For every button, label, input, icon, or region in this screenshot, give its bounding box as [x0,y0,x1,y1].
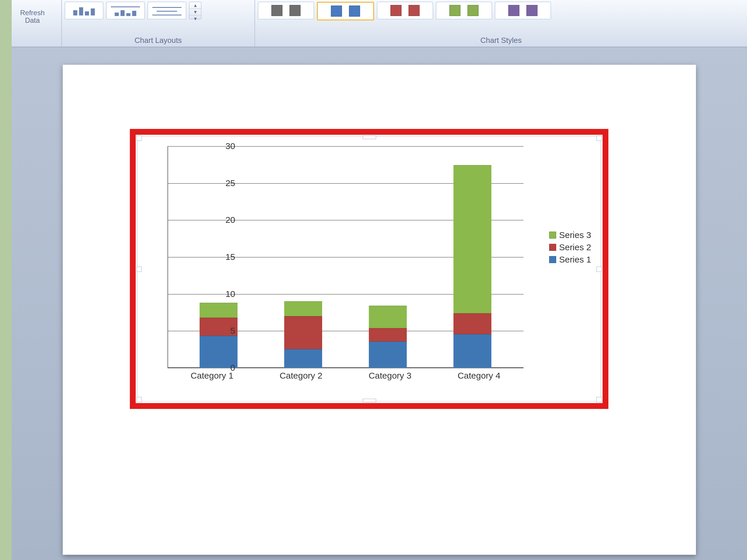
ribbon-section-chart-layouts: ▴ ▾ ▾ Chart Layouts [62,0,255,47]
chart-layout-thumb[interactable] [148,2,186,19]
resize-handle[interactable] [596,136,602,141]
bar-segment[interactable] [284,301,322,317]
style-swatch-icon [409,5,420,16]
x-axis-tick-label: Category 2 [269,371,333,381]
gallery-expand-icon[interactable]: ▾ [189,16,201,22]
chart-style-thumb[interactable] [436,2,492,19]
bar-segment[interactable] [369,306,407,328]
chart-object[interactable]: Series 3Series 2Series 1 051015202530Cat… [137,136,601,401]
bar-group[interactable] [369,306,407,368]
refresh-label-1: Refresh [20,9,45,17]
style-swatch-icon [449,5,460,16]
legend-label: Series 1 [559,255,591,265]
ribbon-section-chart-styles: Chart Styles [255,0,747,47]
chart-styles-gallery[interactable] [258,2,744,20]
chart-layouts-gallery[interactable]: ▴ ▾ ▾ [65,2,252,19]
y-axis-tick-label: 10 [215,289,235,299]
chart-plot[interactable]: Series 3Series 2Series 1 051015202530Cat… [141,140,597,398]
ribbon-section-label: Chart Styles [255,36,747,45]
legend-item[interactable]: Series 3 [549,230,591,240]
refresh-label-2: Data [25,17,40,24]
y-axis-tick-label: 30 [215,141,235,151]
legend-swatch-icon [549,256,556,263]
bar-segment[interactable] [284,349,322,368]
resize-handle[interactable] [596,397,602,402]
style-swatch-icon [331,5,342,17]
style-swatch-icon [289,5,301,16]
resize-handle[interactable] [596,267,602,272]
chart-layout-thumb[interactable] [65,2,103,19]
bar-segment[interactable] [200,303,237,318]
legend-label: Series 3 [559,230,591,240]
resize-handle[interactable] [363,136,376,139]
chart-style-thumb[interactable] [258,2,314,19]
chart-legend[interactable]: Series 3Series 2Series 1 [549,228,591,267]
ribbon-section-data: Refresh Data [12,0,62,47]
gallery-up-icon[interactable]: ▴ [189,2,201,9]
legend-item[interactable]: Series 1 [549,255,591,265]
bar-group[interactable] [284,301,322,368]
chart-style-thumb[interactable] [317,2,374,20]
annotation-highlight-box: Series 3Series 2Series 1 051015202530Cat… [130,129,609,409]
style-swatch-icon [272,5,282,16]
resize-handle[interactable] [136,397,142,402]
legend-label: Series 2 [559,242,591,252]
style-swatch-icon [526,5,538,16]
legend-swatch-icon [549,232,556,239]
y-axis-tick-label: 20 [215,215,235,225]
bar-segment[interactable] [454,313,491,334]
x-axis-tick-label: Category 1 [180,371,244,381]
legend-swatch-icon [549,244,556,251]
chart-style-thumb[interactable] [495,2,551,19]
ribbon: Refresh Data [12,0,747,47]
ribbon-section-label: Chart Layouts [62,36,254,45]
bar-group[interactable] [454,165,491,368]
y-axis-tick-label: 15 [215,252,235,262]
refresh-data-button[interactable]: Refresh Data [15,2,50,31]
chart-style-thumb[interactable] [377,2,433,19]
chart-layouts-more-button[interactable]: ▴ ▾ ▾ [189,2,201,19]
document-page[interactable]: Series 3Series 2Series 1 051015202530Cat… [63,65,696,555]
y-axis-tick-label: 5 [215,326,235,336]
bar-segment[interactable] [454,165,491,313]
bar-segment[interactable] [284,316,322,349]
legend-item[interactable]: Series 2 [549,242,591,252]
style-swatch-icon [508,5,519,16]
x-axis-tick-label: Category 4 [447,371,511,381]
bar-segment[interactable] [369,328,407,342]
style-swatch-icon [349,5,360,17]
bar-segment[interactable] [369,342,407,368]
style-swatch-icon [390,5,402,16]
document-workspace: Series 3Series 2Series 1 051015202530Cat… [12,47,747,560]
resize-handle[interactable] [363,399,376,402]
y-axis-tick-label: 25 [215,178,235,188]
chart-layout-thumb[interactable] [106,2,145,19]
bar-segment[interactable] [454,334,491,368]
style-swatch-icon [467,5,479,16]
x-axis-tick-label: Category 3 [358,371,422,381]
gallery-down-icon[interactable]: ▾ [189,9,201,16]
